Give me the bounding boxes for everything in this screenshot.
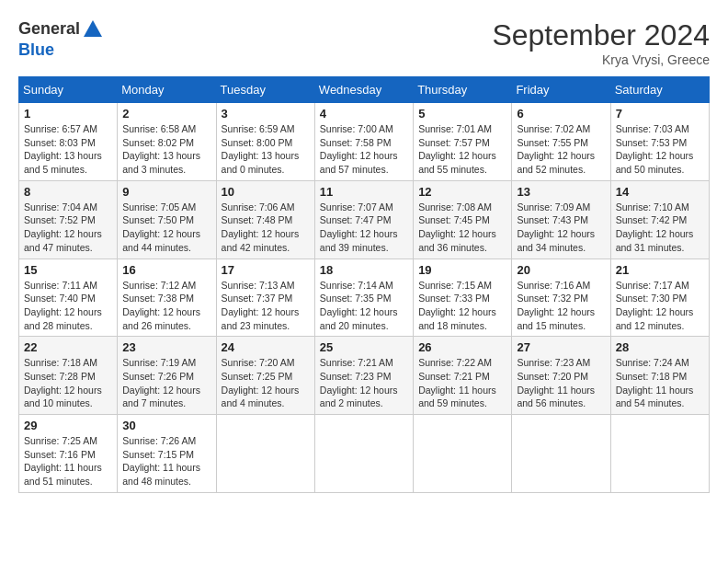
table-row: 29 Sunrise: 7:25 AMSunset: 7:16 PMDaylig… (19, 415, 118, 493)
table-row: 3 Sunrise: 6:59 AMSunset: 8:00 PMDayligh… (216, 103, 314, 181)
day-number: 10 (222, 185, 310, 199)
table-row: 10 Sunrise: 7:06 AMSunset: 7:48 PMDaylig… (216, 180, 314, 259)
table-row: 8 Sunrise: 7:04 AMSunset: 7:52 PMDayligh… (19, 180, 118, 259)
day-info: Sunrise: 7:17 AMSunset: 7:30 PMDaylight:… (616, 279, 704, 333)
table-row: 2 Sunrise: 6:58 AMSunset: 8:02 PMDayligh… (118, 103, 216, 181)
logo-text: General Blue (18, 18, 104, 61)
day-info: Sunrise: 7:19 AMSunset: 7:26 PMDaylight:… (122, 356, 210, 410)
calendar-week-row: 15 Sunrise: 7:11 AMSunset: 7:40 PMDaylig… (19, 259, 710, 337)
logo-icon (82, 18, 104, 40)
logo: General Blue (18, 18, 104, 61)
day-info: Sunrise: 7:20 AMSunset: 7:25 PMDaylight:… (222, 356, 310, 410)
day-number: 30 (122, 419, 210, 432)
day-number: 9 (122, 185, 210, 199)
table-row: 14 Sunrise: 7:10 AMSunset: 7:42 PMDaylig… (610, 180, 709, 259)
day-info: Sunrise: 7:03 AMSunset: 7:53 PMDaylight:… (616, 122, 704, 177)
day-number: 19 (418, 263, 506, 277)
day-number: 17 (222, 263, 310, 277)
day-info: Sunrise: 6:57 AMSunset: 8:03 PMDaylight:… (24, 122, 112, 177)
col-tuesday: Tuesday (216, 77, 314, 103)
day-number: 20 (517, 263, 605, 277)
table-row: 23 Sunrise: 7:19 AMSunset: 7:26 PMDaylig… (118, 337, 216, 415)
day-info: Sunrise: 7:10 AMSunset: 7:42 PMDaylight:… (616, 201, 704, 255)
day-number: 22 (24, 340, 112, 354)
table-row: 18 Sunrise: 7:14 AMSunset: 7:35 PMDaylig… (314, 259, 413, 337)
day-info: Sunrise: 7:01 AMSunset: 7:57 PMDaylight:… (418, 122, 506, 177)
table-row: 25 Sunrise: 7:21 AMSunset: 7:23 PMDaylig… (314, 337, 413, 415)
day-number: 23 (122, 340, 210, 354)
day-number: 2 (122, 107, 210, 121)
table-row: 12 Sunrise: 7:08 AMSunset: 7:45 PMDaylig… (414, 180, 512, 259)
table-row: 4 Sunrise: 7:00 AMSunset: 7:58 PMDayligh… (314, 103, 413, 181)
col-saturday: Saturday (610, 77, 709, 103)
day-number: 4 (320, 107, 408, 121)
day-info: Sunrise: 7:12 AMSunset: 7:38 PMDaylight:… (122, 279, 210, 333)
col-friday: Friday (512, 77, 610, 103)
svg-marker-0 (84, 20, 102, 37)
day-number: 15 (24, 263, 112, 277)
day-info: Sunrise: 7:25 AMSunset: 7:16 PMDaylight:… (24, 434, 112, 488)
table-row: 11 Sunrise: 7:07 AMSunset: 7:47 PMDaylig… (314, 180, 413, 259)
calendar-week-row: 1 Sunrise: 6:57 AMSunset: 8:03 PMDayligh… (19, 103, 710, 181)
day-info: Sunrise: 7:05 AMSunset: 7:50 PMDaylight:… (122, 201, 210, 255)
day-info: Sunrise: 7:15 AMSunset: 7:33 PMDaylight:… (418, 279, 506, 333)
calendar-week-row: 22 Sunrise: 7:18 AMSunset: 7:28 PMDaylig… (19, 337, 710, 415)
day-info: Sunrise: 6:59 AMSunset: 8:00 PMDaylight:… (222, 122, 310, 177)
day-info: Sunrise: 7:00 AMSunset: 7:58 PMDaylight:… (320, 122, 408, 177)
day-number: 24 (222, 340, 310, 354)
day-info: Sunrise: 7:11 AMSunset: 7:40 PMDaylight:… (24, 279, 112, 333)
day-number: 5 (418, 107, 506, 121)
table-row (610, 415, 709, 493)
table-row: 24 Sunrise: 7:20 AMSunset: 7:25 PMDaylig… (216, 337, 314, 415)
day-number: 1 (24, 107, 112, 121)
day-info: Sunrise: 7:16 AMSunset: 7:32 PMDaylight:… (517, 279, 605, 333)
day-number: 13 (517, 185, 605, 199)
day-info: Sunrise: 7:08 AMSunset: 7:45 PMDaylight:… (418, 201, 506, 255)
day-number: 14 (616, 185, 704, 199)
day-info: Sunrise: 7:02 AMSunset: 7:55 PMDaylight:… (517, 122, 605, 177)
day-number: 25 (320, 340, 408, 354)
calendar-header-row: Sunday Monday Tuesday Wednesday Thursday… (19, 77, 710, 103)
page-header: General Blue September 2024 Krya Vrysi, … (18, 18, 710, 67)
table-row: 20 Sunrise: 7:16 AMSunset: 7:32 PMDaylig… (512, 259, 610, 337)
table-row: 17 Sunrise: 7:13 AMSunset: 7:37 PMDaylig… (216, 259, 314, 337)
day-info: Sunrise: 7:24 AMSunset: 7:18 PMDaylight:… (616, 356, 704, 410)
calendar-week-row: 29 Sunrise: 7:25 AMSunset: 7:16 PMDaylig… (19, 415, 710, 493)
table-row: 21 Sunrise: 7:17 AMSunset: 7:30 PMDaylig… (610, 259, 709, 337)
day-number: 3 (222, 107, 310, 121)
day-info: Sunrise: 7:26 AMSunset: 7:15 PMDaylight:… (122, 434, 210, 488)
day-number: 29 (24, 419, 112, 432)
table-row (414, 415, 512, 493)
table-row: 19 Sunrise: 7:15 AMSunset: 7:33 PMDaylig… (414, 259, 512, 337)
table-row: 26 Sunrise: 7:22 AMSunset: 7:21 PMDaylig… (414, 337, 512, 415)
day-number: 11 (320, 185, 408, 199)
table-row: 5 Sunrise: 7:01 AMSunset: 7:57 PMDayligh… (414, 103, 512, 181)
day-number: 21 (616, 263, 704, 277)
day-number: 7 (616, 107, 704, 121)
col-sunday: Sunday (19, 77, 118, 103)
col-wednesday: Wednesday (314, 77, 413, 103)
day-info: Sunrise: 7:04 AMSunset: 7:52 PMDaylight:… (24, 201, 112, 255)
day-info: Sunrise: 7:07 AMSunset: 7:47 PMDaylight:… (320, 201, 408, 255)
col-monday: Monday (118, 77, 216, 103)
col-thursday: Thursday (414, 77, 512, 103)
table-row: 7 Sunrise: 7:03 AMSunset: 7:53 PMDayligh… (610, 103, 709, 181)
day-info: Sunrise: 6:58 AMSunset: 8:02 PMDaylight:… (122, 122, 210, 177)
calendar-table: Sunday Monday Tuesday Wednesday Thursday… (18, 76, 710, 493)
day-number: 27 (517, 340, 605, 354)
table-row: 30 Sunrise: 7:26 AMSunset: 7:15 PMDaylig… (118, 415, 216, 493)
table-row: 28 Sunrise: 7:24 AMSunset: 7:18 PMDaylig… (610, 337, 709, 415)
title-block: September 2024 Krya Vrysi, Greece (492, 18, 710, 67)
day-info: Sunrise: 7:06 AMSunset: 7:48 PMDaylight:… (222, 201, 310, 255)
location: Krya Vrysi, Greece (492, 52, 710, 67)
day-info: Sunrise: 7:14 AMSunset: 7:35 PMDaylight:… (320, 279, 408, 333)
day-number: 12 (418, 185, 506, 199)
table-row (314, 415, 413, 493)
table-row: 16 Sunrise: 7:12 AMSunset: 7:38 PMDaylig… (118, 259, 216, 337)
day-info: Sunrise: 7:22 AMSunset: 7:21 PMDaylight:… (418, 356, 506, 410)
table-row (216, 415, 314, 493)
day-info: Sunrise: 7:23 AMSunset: 7:20 PMDaylight:… (517, 356, 605, 410)
day-number: 6 (517, 107, 605, 121)
day-number: 8 (24, 185, 112, 199)
month-title: September 2024 (492, 18, 710, 52)
